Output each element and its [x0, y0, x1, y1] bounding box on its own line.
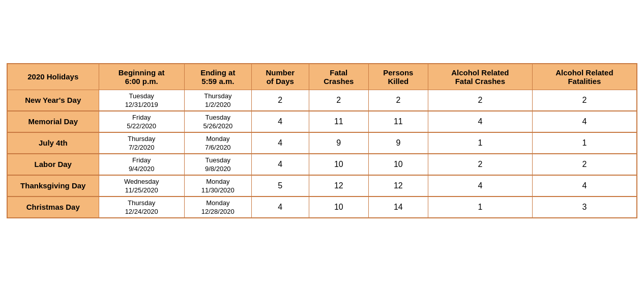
num-days: 5: [251, 175, 309, 196]
alc-fatalities: 2: [532, 154, 637, 175]
header-ending: Ending at 5:59 a.m.: [184, 64, 251, 90]
table-row: Memorial Day Friday 5/22/2020 Tuesday 5/…: [7, 111, 637, 132]
fatal-crashes: 10: [309, 196, 368, 218]
header-num-days: Number of Days: [251, 64, 309, 90]
end-day: Tuesday: [206, 114, 230, 121]
header-persons-killed: Persons Killed: [368, 64, 428, 90]
end-day: Monday: [206, 178, 229, 185]
alc-fatal-crashes: 2: [428, 90, 532, 111]
begin-date-cell: Friday 5/22/2020: [99, 111, 184, 132]
begin-date: 11/25/2020: [125, 186, 158, 194]
fatal-crashes: 2: [309, 90, 368, 111]
table-row: Thanksgiving Day Wednesday 11/25/2020 Mo…: [7, 175, 637, 196]
end-date: 11/30/2020: [201, 186, 235, 194]
holiday-name: Christmas Day: [7, 196, 99, 218]
end-date-cell: Monday 11/30/2020: [184, 175, 251, 196]
end-day: Thursday: [204, 92, 231, 100]
table-row: July 4th Thursday 7/2/2020 Monday 7/6/20…: [7, 132, 637, 154]
alc-fatal-crashes: 4: [428, 111, 532, 132]
num-days: 4: [251, 154, 309, 175]
num-days: 4: [251, 196, 309, 218]
persons-killed: 14: [368, 196, 428, 218]
begin-date: 7/2/2020: [129, 144, 155, 151]
header-alc-fatal-crashes: Alcohol Related Fatal Crashes: [428, 64, 532, 90]
end-day: Tuesday: [206, 156, 230, 164]
header-holidays: 2020 Holidays: [7, 64, 99, 90]
end-date-cell: Tuesday 5/26/2020: [184, 111, 251, 132]
end-date-cell: Tuesday 9/8/2020: [184, 154, 251, 175]
end-date: 9/8/2020: [205, 165, 231, 173]
begin-date: 9/4/2020: [129, 165, 155, 173]
begin-day: Thursday: [128, 135, 155, 143]
header-alc-fatalities: Alcohol Related Fatalities: [532, 64, 637, 90]
end-date-cell: Monday 7/6/2020: [184, 132, 251, 154]
alc-fatal-crashes: 1: [428, 196, 532, 218]
begin-day: Wednesday: [124, 178, 159, 185]
begin-date-cell: Friday 9/4/2020: [99, 154, 184, 175]
persons-killed: 9: [368, 132, 428, 154]
begin-date: 5/22/2020: [127, 122, 156, 130]
table-wrapper: 2020 Holidays Beginning at 6:00 p.m. End…: [7, 63, 637, 218]
fatal-crashes: 11: [309, 111, 368, 132]
fatal-crashes: 12: [309, 175, 368, 196]
alc-fatalities: 4: [532, 175, 637, 196]
header-beginning: Beginning at 6:00 p.m.: [99, 64, 184, 90]
begin-date-cell: Tuesday 12/31/2019: [99, 90, 184, 111]
fatal-crashes: 9: [309, 132, 368, 154]
holiday-name: Thanksgiving Day: [7, 175, 99, 196]
end-date: 1/2/2020: [205, 101, 231, 108]
end-date: 5/26/2020: [203, 122, 232, 130]
begin-date: 12/24/2020: [125, 208, 158, 215]
holiday-name: Memorial Day: [7, 111, 99, 132]
num-days: 4: [251, 111, 309, 132]
alc-fatalities: 4: [532, 111, 637, 132]
fatal-crashes: 10: [309, 154, 368, 175]
table-row: Labor Day Friday 9/4/2020 Tuesday 9/8/20…: [7, 154, 637, 175]
end-date-cell: Monday 12/28/2020: [184, 196, 251, 218]
end-date: 7/6/2020: [205, 144, 231, 151]
begin-date-cell: Thursday 12/24/2020: [99, 196, 184, 218]
alc-fatalities: 1: [532, 132, 637, 154]
persons-killed: 12: [368, 175, 428, 196]
end-date: 12/28/2020: [201, 208, 235, 215]
holiday-name: July 4th: [7, 132, 99, 154]
end-day: Monday: [206, 135, 229, 143]
begin-day: Friday: [132, 114, 151, 121]
num-days: 4: [251, 132, 309, 154]
holiday-name: Labor Day: [7, 154, 99, 175]
table-row: Christmas Day Thursday 12/24/2020 Monday…: [7, 196, 637, 218]
end-date-cell: Thursday 1/2/2020: [184, 90, 251, 111]
begin-date-cell: Wednesday 11/25/2020: [99, 175, 184, 196]
alc-fatalities: 3: [532, 196, 637, 218]
alc-fatal-crashes: 4: [428, 175, 532, 196]
alc-fatal-crashes: 2: [428, 154, 532, 175]
holidays-table: 2020 Holidays Beginning at 6:00 p.m. End…: [7, 63, 637, 218]
begin-date: 12/31/2019: [125, 101, 158, 108]
begin-day: Tuesday: [129, 92, 154, 100]
num-days: 2: [251, 90, 309, 111]
begin-day: Friday: [132, 156, 151, 164]
table-row: New Year's Day Tuesday 12/31/2019 Thursd…: [7, 90, 637, 111]
header-fatal-crashes: Fatal Crashes: [309, 64, 368, 90]
begin-date-cell: Thursday 7/2/2020: [99, 132, 184, 154]
alc-fatalities: 2: [532, 90, 637, 111]
persons-killed: 11: [368, 111, 428, 132]
persons-killed: 10: [368, 154, 428, 175]
persons-killed: 2: [368, 90, 428, 111]
alc-fatal-crashes: 1: [428, 132, 532, 154]
begin-day: Thursday: [128, 199, 155, 207]
end-day: Monday: [206, 199, 229, 207]
holiday-name: New Year's Day: [7, 90, 99, 111]
